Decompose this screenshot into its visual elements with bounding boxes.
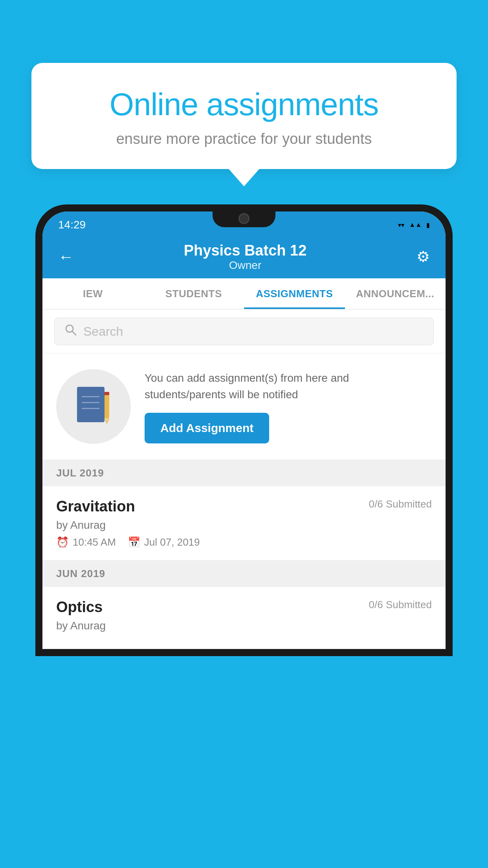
calendar-icon: 📅 (128, 536, 140, 548)
search-placeholder: Search (83, 324, 123, 339)
header-title-block: Physics Batch 12 Owner (184, 242, 307, 272)
back-button[interactable]: ← (58, 248, 74, 266)
month-separator-jun: JUN 2019 (42, 561, 446, 587)
svg-rect-2 (77, 387, 105, 422)
assignment-submitted-optics: 0/6 Submitted (369, 599, 432, 611)
tab-students[interactable]: STUDENTS (143, 278, 244, 309)
promo-icon-circle (56, 369, 131, 444)
tooltip-title: Online assignments (59, 86, 429, 123)
wifi-icon: ▾▾ (398, 221, 404, 229)
svg-rect-9 (105, 392, 109, 395)
assignment-title-optics: Optics (56, 599, 103, 616)
assignment-time: 10:45 AM (73, 536, 116, 548)
assignment-submitted: 0/6 Submitted (369, 498, 432, 510)
assignment-by: by Anurag (56, 519, 432, 531)
search-container: Search (42, 310, 446, 353)
assignment-item-gravitation[interactable]: Gravitation 0/6 Submitted by Anurag ⏰ 10… (42, 486, 446, 561)
assignment-date: Jul 07, 2019 (144, 536, 200, 548)
phone-wrapper: 14:29 ▾▾ ▲▲ ▮ ← Physics Batch 12 Owner ⚙ (35, 204, 453, 868)
tabs-bar: IEW STUDENTS ASSIGNMENTS ANNOUNCEM... (42, 278, 446, 310)
notebook-svg (74, 385, 113, 428)
tab-iew[interactable]: IEW (42, 278, 143, 309)
assignment-by-optics: by Anurag (56, 620, 432, 632)
assignment-title: Gravitation (56, 498, 135, 515)
tooltip-card: Online assignments ensure more practice … (31, 63, 457, 169)
phone-screen: 14:29 ▾▾ ▲▲ ▮ ← Physics Batch 12 Owner ⚙ (42, 211, 446, 649)
assignment-header: Gravitation 0/6 Submitted (56, 498, 432, 515)
status-icons: ▾▾ ▲▲ ▮ (398, 221, 430, 229)
meta-date: 📅 Jul 07, 2019 (128, 536, 200, 548)
phone-outer: 14:29 ▾▾ ▲▲ ▮ ← Physics Batch 12 Owner ⚙ (35, 204, 453, 656)
promo-content: You can add assignment(s) from here and … (145, 370, 432, 443)
month-separator-jul: JUL 2019 (42, 460, 446, 486)
search-bar[interactable]: Search (54, 318, 434, 345)
signal-icon: ▲▲ (409, 221, 422, 228)
svg-rect-6 (105, 393, 109, 418)
promo-description: You can add assignment(s) from here and … (145, 370, 432, 403)
phone-camera (238, 213, 250, 224)
promo-block: You can add assignment(s) from here and … (42, 353, 446, 460)
meta-time: ⏰ 10:45 AM (56, 536, 116, 548)
header-subtitle: Owner (184, 259, 307, 272)
battery-icon: ▮ (426, 221, 430, 229)
assignment-item-optics[interactable]: Optics 0/6 Submitted by Anurag (42, 587, 446, 649)
tab-assignments[interactable]: ASSIGNMENTS (244, 278, 345, 309)
search-icon (64, 324, 77, 339)
assignment-header-optics: Optics 0/6 Submitted (56, 599, 432, 616)
status-time: 14:29 (58, 219, 86, 231)
add-assignment-button[interactable]: Add Assignment (145, 413, 269, 443)
clock-icon: ⏰ (56, 536, 69, 548)
tab-announcements[interactable]: ANNOUNCEM... (345, 278, 446, 309)
tooltip-subtitle: ensure more practice for your students (59, 131, 429, 147)
svg-line-1 (72, 331, 76, 335)
settings-icon[interactable]: ⚙ (416, 248, 430, 265)
assignment-meta: ⏰ 10:45 AM 📅 Jul 07, 2019 (56, 536, 432, 548)
app-header: ← Physics Batch 12 Owner ⚙ (42, 235, 446, 278)
header-title: Physics Batch 12 (184, 242, 307, 259)
